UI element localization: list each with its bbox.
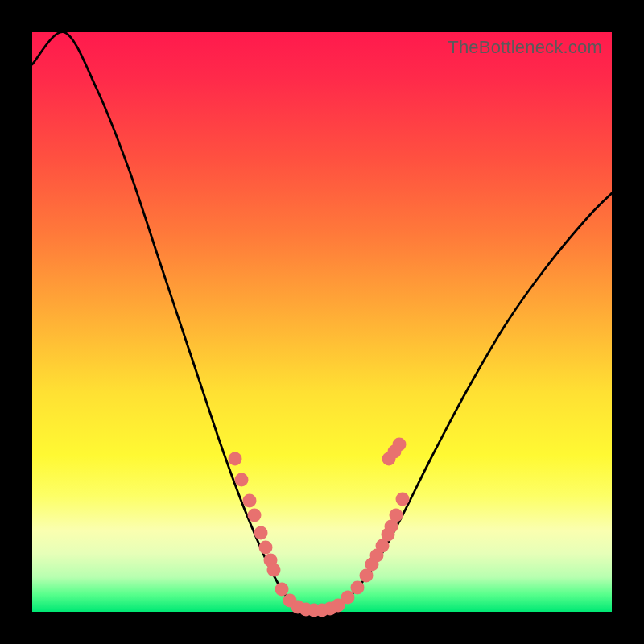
data-marker: [235, 473, 249, 487]
data-marker: [229, 452, 242, 466]
curve-svg: [32, 32, 612, 612]
data-marker: [396, 493, 410, 506]
data-marker: [351, 581, 365, 595]
data-marker: [243, 494, 257, 508]
data-markers: [229, 438, 410, 617]
data-marker: [341, 591, 355, 605]
data-marker: [259, 541, 273, 555]
data-marker: [275, 583, 289, 597]
chart-frame: TheBottleneck.com: [0, 0, 644, 644]
data-marker: [254, 526, 268, 540]
data-marker: [390, 509, 403, 522]
bottleneck-curve: [32, 32, 612, 611]
data-marker: [393, 438, 407, 452]
data-marker: [267, 564, 281, 577]
plot-area: TheBottleneck.com: [32, 32, 612, 612]
data-marker: [248, 509, 262, 522]
